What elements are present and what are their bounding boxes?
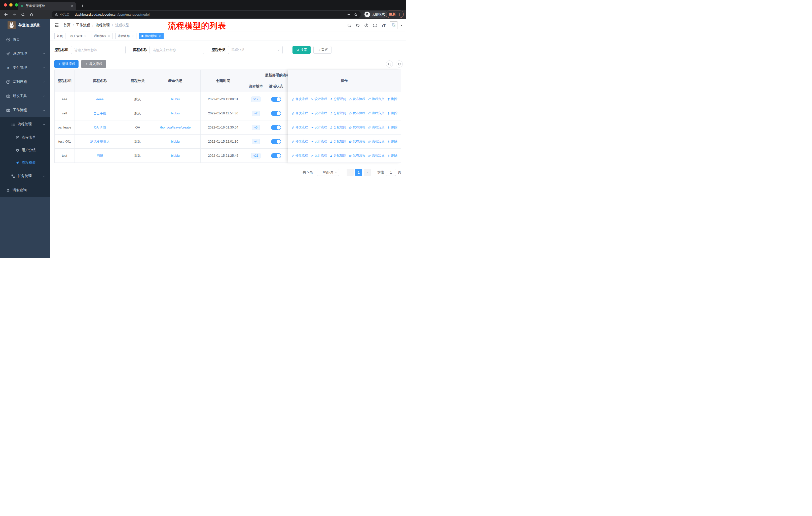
delete-link[interactable]: 删除 — [387, 125, 398, 130]
tab-close-icon[interactable] — [71, 4, 74, 7]
form-info-link[interactable]: biubiu — [171, 140, 180, 143]
avatar[interactable] — [390, 21, 398, 29]
process-definition-link[interactable]: 流程定义 — [368, 111, 385, 115]
current-page-button[interactable]: 1 — [355, 169, 362, 176]
category-select[interactable]: 流程分类 — [228, 46, 283, 54]
browser-menu-icon[interactable] — [398, 12, 402, 16]
new-tab-button[interactable] — [79, 2, 86, 9]
reset-button[interactable]: 重置 — [313, 46, 331, 54]
assign-rule-link[interactable]: 分配规则 — [330, 111, 346, 115]
assign-rule-link[interactable]: 分配规则 — [330, 97, 346, 101]
process-key-input[interactable] — [71, 46, 125, 54]
sidebar-item-system[interactable]: 系统管理 — [0, 47, 50, 61]
design-process-link[interactable]: 设计流程 — [311, 154, 327, 158]
publish-process-link[interactable]: 发布流程 — [349, 154, 366, 158]
sidebar-item-process-mgmt[interactable]: 流程管理 — [0, 117, 50, 131]
sidebar-item-leave-query[interactable]: 请假查询 — [0, 183, 50, 197]
browser-update-button[interactable]: 更新 — [386, 10, 404, 18]
publish-process-link[interactable]: 发布流程 — [349, 139, 366, 144]
modify-process-link[interactable]: 修改流程 — [291, 97, 308, 101]
sidebar-collapse-icon[interactable] — [54, 23, 59, 28]
sidebar-item-task-mgmt[interactable]: 任务管理 — [0, 169, 50, 183]
publish-process-link[interactable]: 发布流程 — [349, 125, 366, 130]
breadcrumb-workflow[interactable]: 工作流程 — [76, 23, 90, 27]
modify-process-link[interactable]: 修改流程 — [291, 139, 308, 144]
refresh-table-button[interactable] — [396, 60, 403, 67]
window-controls[interactable] — [4, 3, 18, 6]
version-badge[interactable]: v17 — [251, 97, 261, 102]
tag-close-icon[interactable] — [108, 35, 110, 37]
design-process-link[interactable]: 设计流程 — [311, 111, 327, 115]
import-process-button[interactable]: 导入流程 — [81, 60, 106, 68]
minimize-window-button[interactable] — [9, 3, 12, 6]
process-name-link[interactable]: 自己审批 — [93, 111, 107, 116]
tag-tenant[interactable]: 租户管理 — [68, 33, 89, 39]
next-page-button[interactable]: › — [364, 169, 371, 176]
design-process-link[interactable]: 设计流程 — [311, 125, 327, 130]
assign-rule-link[interactable]: 分配规则 — [330, 139, 346, 144]
sidebar-item-process-form[interactable]: 流程表单 — [0, 131, 50, 144]
process-name-link[interactable]: eeee — [96, 97, 104, 101]
active-switch[interactable] — [271, 153, 281, 158]
goto-page-input[interactable] — [386, 169, 396, 176]
tag-close-icon[interactable] — [132, 35, 134, 37]
app-logo[interactable]: 芋道管理系统 — [0, 19, 50, 31]
tag-close-icon[interactable] — [84, 35, 87, 37]
search-button[interactable]: 搜索 — [292, 46, 311, 54]
modify-process-link[interactable]: 修改流程 — [291, 154, 308, 158]
process-definition-link[interactable]: 流程定义 — [368, 139, 385, 144]
design-process-link[interactable]: 设计流程 — [311, 139, 327, 144]
sidebar-item-payment[interactable]: ¥ 支付管理 — [0, 61, 50, 75]
tag-close-icon[interactable] — [158, 35, 161, 37]
close-window-button[interactable] — [4, 3, 7, 6]
sidebar-item-infra[interactable]: 基础设施 — [0, 75, 50, 89]
version-badge[interactable]: v2 — [252, 111, 260, 116]
publish-process-link[interactable]: 发布流程 — [349, 97, 366, 101]
process-definition-link[interactable]: 流程定义 — [368, 97, 385, 101]
process-name-link[interactable]: 滔博 — [97, 154, 103, 158]
toggle-search-button[interactable] — [386, 60, 393, 67]
font-size-icon[interactable]: тT — [381, 23, 386, 27]
assign-rule-link[interactable]: 分配规则 — [330, 125, 346, 130]
process-name-link[interactable]: 测试多审批人 — [90, 139, 110, 144]
design-process-link[interactable]: 设计流程 — [311, 97, 327, 101]
search-icon[interactable] — [347, 23, 351, 27]
key-icon[interactable] — [347, 12, 350, 17]
delete-link[interactable]: 删除 — [387, 97, 398, 101]
help-icon[interactable] — [364, 23, 369, 27]
modify-process-link[interactable]: 修改流程 — [291, 111, 308, 115]
delete-link[interactable]: 删除 — [387, 154, 398, 158]
tag-my-process[interactable]: 我的流程 — [92, 33, 113, 39]
breadcrumb-home[interactable]: 首页 — [63, 23, 70, 27]
sidebar-item-user-group[interactable]: 用户分组 — [0, 144, 50, 157]
github-icon[interactable] — [356, 23, 360, 27]
version-badge[interactable]: v4 — [252, 139, 260, 144]
prev-page-button[interactable]: ‹ — [347, 169, 354, 176]
form-info-link[interactable]: biubiu — [171, 154, 180, 158]
reload-button[interactable] — [19, 11, 27, 18]
assign-rule-link[interactable]: 分配规则 — [330, 154, 346, 158]
active-switch[interactable] — [271, 125, 281, 130]
create-process-button[interactable]: 新建流程 — [54, 60, 79, 68]
form-info-link[interactable]: biubiu — [171, 97, 180, 101]
browser-tab[interactable]: 芋道管理系统 — [18, 2, 76, 10]
sidebar-item-devtools[interactable]: 研发工具 — [0, 89, 50, 103]
bookmark-star-icon[interactable] — [354, 12, 358, 17]
process-definition-link[interactable]: 流程定义 — [368, 125, 385, 130]
sidebar-item-home[interactable]: 首页 — [0, 32, 50, 47]
address-bar[interactable]: 不安全 dashboard.yudao.iocoder.cn /bpm/mana… — [52, 11, 361, 18]
tag-process-form[interactable]: 流程表单 — [115, 33, 137, 39]
fullscreen-icon[interactable] — [373, 23, 377, 27]
publish-process-link[interactable]: 发布流程 — [349, 111, 366, 115]
delete-link[interactable]: 删除 — [387, 139, 398, 144]
modify-process-link[interactable]: 修改流程 — [291, 125, 308, 130]
process-definition-link[interactable]: 流程定义 — [368, 154, 385, 158]
version-badge[interactable]: v5 — [252, 125, 260, 130]
active-switch[interactable] — [271, 97, 281, 102]
version-badge[interactable]: v21 — [251, 153, 261, 159]
breadcrumb-process-mgmt[interactable]: 流程管理 — [96, 23, 110, 27]
process-name-link[interactable]: OA 请假 — [94, 125, 106, 130]
process-name-input[interactable] — [149, 46, 204, 54]
active-switch[interactable] — [271, 139, 281, 144]
delete-link[interactable]: 删除 — [387, 111, 398, 115]
